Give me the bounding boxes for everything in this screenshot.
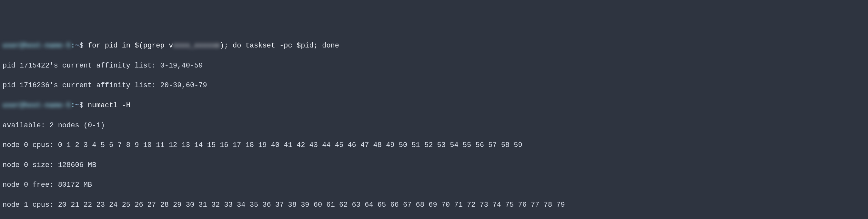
terminal-line-cmd2[interactable]: user@host-name-5:~$ numactl -H [3, 101, 865, 111]
terminal-output: node 0 size: 128606 MB [3, 161, 865, 170]
terminal-output: node 1 cpus: 20 21 22 23 24 25 26 27 28 … [3, 200, 865, 210]
terminal-output: pid 1715422's current affinity list: 0-1… [3, 61, 865, 71]
prompt-host: user@host-name-5 [3, 42, 71, 50]
prompt-sep: : [71, 42, 75, 50]
command-text: numactl -H [88, 102, 130, 109]
command-text: ); do taskset -pc $pid; done [220, 42, 339, 50]
prompt-dollar: $ [80, 42, 88, 50]
terminal-output: node 0 cpus: 0 1 2 3 4 5 6 7 8 9 10 11 1… [3, 140, 865, 150]
command-redacted: xxxx_xxxxxe [173, 42, 220, 50]
terminal-line-cmd1[interactable]: user@host-name-5:~$ for pid in $(pgrep v… [3, 41, 865, 51]
prompt-path: ~ [75, 102, 79, 109]
terminal-output: node 0 free: 80172 MB [3, 180, 865, 190]
prompt-path: ~ [75, 42, 79, 50]
prompt-sep: : [71, 102, 75, 109]
prompt-host: user@host-name-5 [3, 102, 71, 109]
terminal-output: pid 1716236's current affinity list: 20-… [3, 81, 865, 91]
prompt-dollar: $ [80, 102, 88, 109]
terminal-output: available: 2 nodes (0-1) [3, 121, 865, 131]
command-text: for pid in $(pgrep v [88, 42, 173, 50]
